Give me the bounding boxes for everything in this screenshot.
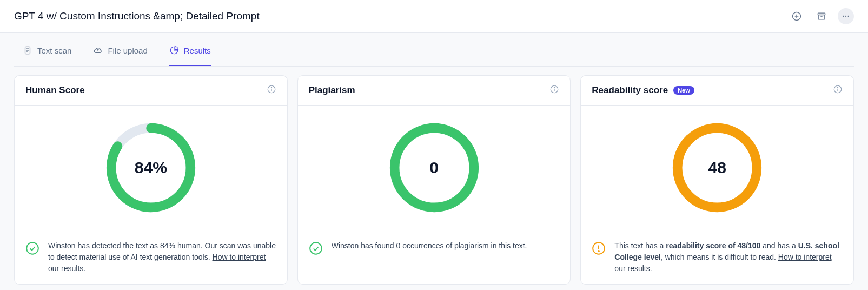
add-icon[interactable] bbox=[788, 8, 805, 25]
content: Text scan File upload Results Human Scor… bbox=[0, 33, 868, 290]
tab-file-upload[interactable]: File upload bbox=[93, 45, 147, 66]
info-icon[interactable] bbox=[549, 84, 559, 96]
ring-chart: 0 bbox=[298, 106, 571, 230]
card-plagiarism: Plagiarism 0 Winston ha bbox=[297, 75, 571, 285]
page-title: GPT 4 w/ Custom Instructions &amp; Detai… bbox=[14, 10, 260, 22]
more-icon[interactable] bbox=[838, 8, 854, 24]
tab-label: Results bbox=[184, 46, 211, 55]
card-header: Readability score New bbox=[581, 76, 853, 106]
svg-point-5 bbox=[843, 16, 844, 17]
tab-label: Text scan bbox=[37, 46, 71, 55]
svg-point-14 bbox=[271, 87, 271, 88]
ring-value: 84% bbox=[103, 120, 198, 215]
svg-point-29 bbox=[598, 251, 599, 252]
svg-rect-3 bbox=[818, 13, 825, 15]
header-actions bbox=[788, 8, 854, 25]
svg-point-20 bbox=[554, 87, 555, 88]
archive-icon[interactable] bbox=[813, 8, 830, 25]
ring-value: 0 bbox=[387, 120, 482, 215]
footer-text: Winston has detected the text as 84% hum… bbox=[48, 240, 276, 274]
checkmark-icon bbox=[25, 241, 39, 258]
new-badge: New bbox=[673, 86, 694, 95]
svg-point-25 bbox=[837, 87, 838, 88]
svg-point-17 bbox=[26, 242, 38, 254]
card-title: Human Score bbox=[25, 85, 85, 96]
card-footer: This text has a readability score of 48/… bbox=[581, 230, 853, 284]
ring-chart: 84% bbox=[15, 106, 287, 230]
footer-text: Winston has found 0 occurrences of plagi… bbox=[332, 240, 527, 252]
card-human-score: Human Score 84% bbox=[14, 75, 288, 285]
header-bar: GPT 4 w/ Custom Instructions &amp; Detai… bbox=[0, 0, 868, 33]
warning-icon bbox=[592, 241, 606, 258]
card-footer: Winston has detected the text as 84% hum… bbox=[15, 230, 287, 284]
svg-point-7 bbox=[848, 16, 849, 17]
tab-label: File upload bbox=[108, 46, 147, 55]
ring-chart: 48 bbox=[581, 106, 853, 230]
tab-results[interactable]: Results bbox=[169, 45, 211, 66]
card-header: Plagiarism bbox=[298, 76, 571, 106]
info-icon[interactable] bbox=[267, 84, 276, 96]
card-footer: Winston has found 0 occurrences of plagi… bbox=[298, 230, 571, 267]
card-title: Readability score bbox=[592, 85, 668, 96]
ring-value: 48 bbox=[670, 120, 765, 215]
chart-icon bbox=[169, 45, 179, 55]
info-icon[interactable] bbox=[833, 84, 843, 96]
card-readability: Readability score New 48 bbox=[580, 75, 854, 285]
tabs: Text scan File upload Results bbox=[14, 34, 854, 67]
card-header: Human Score bbox=[15, 76, 287, 106]
card-title: Plagiarism bbox=[309, 85, 355, 96]
cloud-upload-icon bbox=[93, 45, 103, 55]
svg-point-22 bbox=[310, 242, 322, 254]
footer-text: This text has a readability score of 48/… bbox=[614, 240, 843, 274]
document-icon bbox=[23, 45, 32, 55]
cards-row: Human Score 84% bbox=[14, 67, 854, 285]
tab-text-scan[interactable]: Text scan bbox=[23, 45, 71, 66]
svg-point-6 bbox=[845, 16, 846, 17]
checkmark-icon bbox=[309, 241, 323, 258]
